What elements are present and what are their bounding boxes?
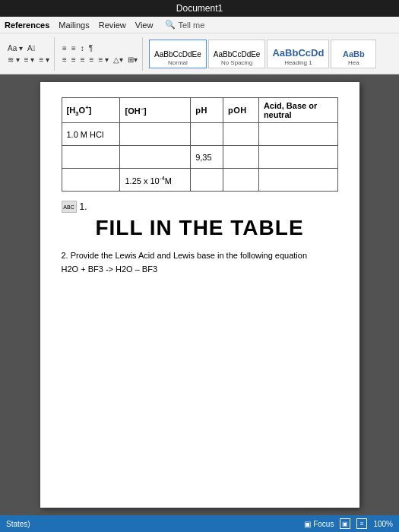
font-name[interactable]: Aa ▾ bbox=[6, 43, 24, 53]
table-row: 1.25 x 10-4M bbox=[62, 169, 337, 192]
ribbon-menu: References Mailings Review View 🔍 Tell m… bbox=[0, 17, 399, 33]
acid-base-table: [H3O+] [OH–] pH pOH Acid, Base orneutral… bbox=[62, 97, 338, 192]
cell-oh-1 bbox=[120, 123, 191, 146]
sort[interactable]: ↕ bbox=[79, 43, 86, 53]
style-heading2[interactable]: AaBb Hea bbox=[331, 40, 376, 68]
menu-review[interactable]: Review bbox=[99, 21, 126, 30]
cell-poh-1 bbox=[223, 123, 258, 146]
style-normal-label: Normal bbox=[168, 59, 188, 66]
cell-oh-2 bbox=[120, 146, 191, 169]
lightbulb-icon: 🔍 bbox=[165, 20, 176, 30]
align-right[interactable]: ≡ bbox=[70, 43, 78, 53]
indent-inc[interactable]: ≡ ▾ bbox=[37, 55, 51, 65]
table-row: 9,35 bbox=[62, 146, 337, 169]
item-1-container: ABC 1. bbox=[62, 201, 338, 213]
question-2-number: 2. bbox=[62, 251, 68, 260]
styles-section: AaBbCcDdEe Normal AaBbCcDdEe No Spacing … bbox=[146, 37, 396, 71]
style-heading2-label: Hea bbox=[348, 59, 359, 66]
question-2-container: 2. Provide the Lewis Acid and Lewis base… bbox=[62, 251, 338, 260]
header-poh: pOH bbox=[223, 98, 258, 123]
header-ph: pH bbox=[191, 98, 223, 123]
bullet3[interactable]: ≡ bbox=[79, 55, 87, 65]
style-nospacing-preview: AaBbCcDdEe bbox=[214, 50, 261, 59]
status-left: States) bbox=[6, 520, 30, 528]
zoom-level: 100% bbox=[373, 520, 393, 528]
cell-h3o-3 bbox=[62, 169, 120, 192]
cell-h3o-2 bbox=[62, 146, 120, 169]
chemical-equation: H2O + BF3 -> H2O – BF3 bbox=[62, 264, 338, 274]
cell-h3o-1: 1.0 M HCl bbox=[62, 123, 120, 146]
font-size[interactable]: ≋ ▾ bbox=[6, 55, 21, 65]
pilcrow[interactable]: ¶ bbox=[87, 43, 94, 53]
style-heading1-preview: AaBbCcDd bbox=[272, 47, 324, 59]
menu-view[interactable]: View bbox=[135, 21, 154, 30]
document-area: [H3O+] [OH–] pH pOH Acid, Base orneutral… bbox=[0, 74, 399, 515]
bullet4[interactable]: ≡ bbox=[88, 55, 96, 65]
document-title: Document1 bbox=[176, 3, 223, 14]
item-1-number: 1. bbox=[80, 201, 87, 212]
read-view-icon[interactable]: ≡ bbox=[356, 518, 367, 529]
style-heading2-preview: AaBb bbox=[343, 49, 365, 59]
focus-button[interactable]: ▣ Focus bbox=[304, 520, 334, 528]
clear-format[interactable]: A⃝ bbox=[26, 43, 36, 53]
font-row-2: ≋ ▾ ≡ ▾ ≡ ▾ bbox=[6, 55, 51, 65]
style-nospacing[interactable]: AaBbCcDdEe No Spacing bbox=[208, 40, 266, 68]
cell-ph-1 bbox=[191, 123, 223, 146]
focus-icon: ▣ bbox=[304, 520, 311, 528]
para-row-1: ≡ ≡ ↕ ¶ bbox=[61, 43, 139, 53]
font-section: Aa ▾ A⃝ ≋ ▾ ≡ ▾ ≡ ▾ bbox=[3, 37, 55, 71]
style-heading1[interactable]: AaBbCcDd Heading 1 bbox=[267, 40, 329, 68]
borders[interactable]: ⊞▾ bbox=[126, 55, 139, 65]
line-spacing[interactable]: ≡ ▾ bbox=[97, 55, 110, 65]
cell-acid-3 bbox=[258, 169, 337, 192]
title-bar: Document1 bbox=[0, 0, 399, 17]
cell-poh-3 bbox=[223, 169, 258, 192]
page-view-icon[interactable]: ▣ bbox=[340, 518, 350, 529]
para-row-2: ≡ ≡ ≡ ≡ ≡ ▾ △▾ ⊞▾ bbox=[61, 55, 139, 65]
shading[interactable]: △▾ bbox=[112, 55, 125, 65]
bullet2[interactable]: ≡ bbox=[70, 55, 78, 65]
cell-oh-3: 1.25 x 10-4M bbox=[120, 169, 191, 192]
font-row-1: Aa ▾ A⃝ bbox=[6, 43, 51, 53]
cell-poh-2 bbox=[223, 146, 258, 169]
style-normal-preview: AaBbCcDdEe bbox=[154, 50, 201, 59]
tell-me-label[interactable]: Tell me bbox=[178, 21, 204, 30]
tell-me-section: 🔍 Tell me bbox=[165, 20, 204, 30]
word-document: [H3O+] [OH–] pH pOH Acid, Base orneutral… bbox=[40, 82, 359, 508]
status-right: ▣ Focus ▣ ≡ 100% bbox=[304, 518, 393, 529]
status-bar: States) ▣ Focus ▣ ≡ 100% bbox=[0, 515, 399, 532]
menu-references[interactable]: References bbox=[5, 21, 49, 30]
indent-dec[interactable]: ≡ ▾ bbox=[23, 55, 36, 65]
bullet1[interactable]: ≡ bbox=[61, 55, 68, 65]
align-center[interactable]: ≡ bbox=[61, 43, 68, 53]
table-header-row: [H3O+] [OH–] pH pOH Acid, Base orneutral bbox=[62, 98, 337, 123]
header-oh: [OH–] bbox=[120, 98, 191, 123]
menu-mailings[interactable]: Mailings bbox=[59, 21, 89, 30]
header-acid: Acid, Base orneutral bbox=[258, 98, 337, 123]
cell-acid-2 bbox=[258, 146, 337, 169]
paragraph-section: ≡ ≡ ↕ ¶ ≡ ≡ ≡ ≡ ≡ ▾ △▾ ⊞▾ bbox=[58, 37, 143, 71]
style-nospacing-label: No Spacing bbox=[221, 59, 252, 66]
fill-table-heading: FILL IN THE TABLE bbox=[62, 216, 338, 240]
style-heading1-label: Heading 1 bbox=[284, 59, 312, 66]
cell-ph-3 bbox=[191, 169, 223, 192]
cell-acid-1 bbox=[258, 123, 337, 146]
question-2-text: Provide the Lewis Acid and Lewis base in… bbox=[71, 251, 307, 260]
spell-check-icon: ABC bbox=[62, 201, 77, 213]
zoom-area: 100% bbox=[373, 520, 393, 528]
header-h3o: [H3O+] bbox=[62, 98, 120, 123]
style-normal[interactable]: AaBbCcDdEe Normal bbox=[149, 40, 207, 68]
cell-ph-2: 9,35 bbox=[191, 146, 223, 169]
focus-label: Focus bbox=[313, 520, 334, 528]
table-row: 1.0 M HCl bbox=[62, 123, 337, 146]
ribbon-toolbar: Aa ▾ A⃝ ≋ ▾ ≡ ▾ ≡ ▾ ≡ ≡ ↕ ¶ ≡ ≡ ≡ ≡ ≡ ▾ … bbox=[0, 33, 399, 74]
